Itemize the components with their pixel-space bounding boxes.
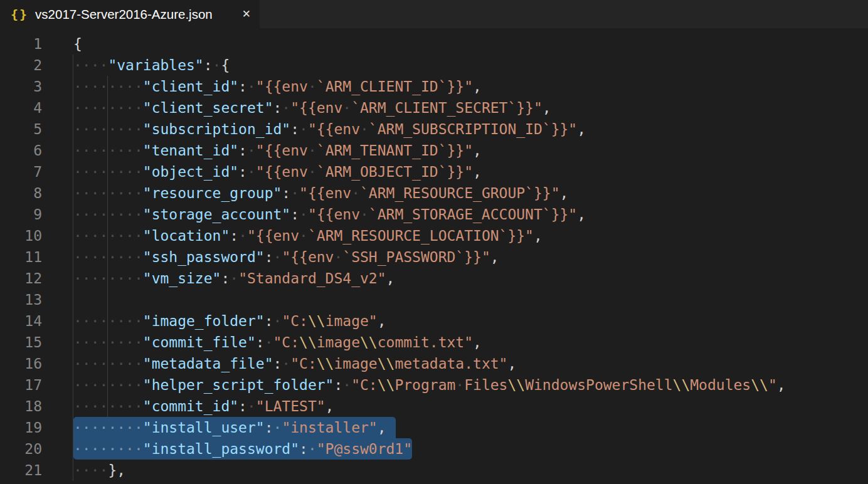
whitespace-dots: ·: [238, 228, 247, 244]
code-token: :: [334, 377, 342, 393]
line-number[interactable]: 9: [0, 204, 42, 225]
line-number[interactable]: 11: [0, 246, 42, 268]
code-token: "install_password": [143, 441, 299, 457]
code-token: image: [317, 334, 360, 350]
whitespace-dots: ····: [73, 462, 108, 478]
whitespace-dots: ········: [73, 398, 143, 414]
line-number[interactable]: 7: [0, 161, 42, 182]
whitespace-dots: ········: [73, 249, 143, 265]
code-token: :: [238, 164, 247, 180]
code-token: \\: [308, 313, 326, 329]
code-line[interactable]: 15········"commit_file":·"C:\\image\\com…: [0, 332, 868, 353]
whitespace-dots: ········: [73, 441, 143, 457]
whitespace-dots: ·: [360, 206, 369, 223]
code-token: "resource_group": [143, 185, 282, 201]
code-line-content: ········"ssh_password":·"{{env·`SSH_PASS…: [73, 246, 499, 268]
whitespace-dots: ········: [73, 206, 143, 223]
whitespace-dots: ·: [265, 334, 273, 350]
code-token: ": [768, 377, 777, 393]
whitespace-dots: ·: [247, 78, 256, 95]
code-line[interactable]: 8········"resource_group":·"{{env·`ARM_R…: [0, 182, 868, 204]
line-number[interactable]: 18: [0, 396, 42, 417]
json-braces-icon: {}: [11, 7, 28, 22]
code-line[interactable]: 3········"client_id":·"{{env·`ARM_CLIENT…: [0, 76, 868, 97]
line-number[interactable]: 5: [0, 118, 42, 140]
code-token: :: [290, 121, 299, 137]
code-token: `ARM_RESOURCE_LOCATION`}}": [308, 228, 534, 244]
code-line[interactable]: 1{: [0, 33, 868, 55]
code-line-content: ········"image_folder":·"C:\\image",: [73, 310, 386, 332]
code-line[interactable]: 11········"ssh_password":·"{{env·`SSH_PA…: [0, 246, 868, 268]
code-token: `ARM_CLIENT_SECRET`}}": [351, 100, 542, 116]
code-line-content: ········"commit_file":·"C:\\image\\commi…: [73, 332, 482, 353]
code-line[interactable]: 18········"commit_id":·"LATEST",: [0, 396, 868, 417]
code-token: :: [238, 398, 247, 414]
code-line[interactable]: 19········"install_user":·"installer",: [0, 417, 868, 438]
code-token: :: [238, 142, 247, 159]
line-number[interactable]: 15: [0, 332, 42, 353]
code-token: "C:: [273, 334, 300, 350]
code-token: ,: [777, 377, 786, 393]
code-token: \\: [507, 377, 525, 393]
code-token: `ARM_TENANT_ID`}}": [317, 142, 473, 159]
code-line[interactable]: 4········"client_secret":·"{{env·`ARM_CL…: [0, 97, 868, 118]
whitespace-dots: ········: [73, 270, 143, 287]
code-line-content: ····},: [73, 460, 125, 481]
code-token: ,: [473, 142, 482, 159]
line-number[interactable]: 10: [0, 225, 42, 246]
code-token: \\: [673, 377, 691, 393]
code-line[interactable]: 9········"storage_account":·"{{env·`ARM_…: [0, 204, 868, 225]
whitespace-dots: ····: [73, 57, 108, 73]
line-number[interactable]: 14: [0, 310, 42, 332]
code-token: Program: [394, 377, 455, 393]
code-line[interactable]: 21····},: [0, 460, 868, 481]
whitespace-dots: ·: [299, 206, 308, 223]
code-token: "C:: [282, 313, 308, 329]
code-editor[interactable]: 1{2····"variables":·{3········"client_id…: [0, 28, 868, 484]
code-token: "{{env: [256, 164, 308, 180]
tab-active-file[interactable]: {} vs2017-Server2016-Azure.json ✕: [0, 0, 260, 28]
line-number[interactable]: 12: [0, 268, 42, 289]
line-number[interactable]: 20: [0, 438, 42, 460]
code-line[interactable]: 20········"install_password":·"P@ssw0rd1…: [0, 438, 868, 460]
code-line[interactable]: 13: [0, 289, 868, 310]
code-line-content: ········"commit_id":·"LATEST",: [73, 396, 334, 417]
whitespace-dots: ········: [73, 228, 143, 244]
line-number[interactable]: 17: [0, 374, 42, 396]
code-token: :: [265, 313, 273, 329]
code-token: "LATEST": [256, 398, 326, 414]
line-number[interactable]: 6: [0, 140, 42, 161]
line-number[interactable]: 4: [0, 97, 42, 118]
code-token: \\: [360, 334, 378, 350]
code-line[interactable]: 6········"tenant_id":·"{{env·`ARM_TENANT…: [0, 140, 868, 161]
code-token: \\: [317, 355, 334, 372]
line-number[interactable]: 19: [0, 417, 42, 438]
line-number[interactable]: 13: [0, 289, 42, 310]
line-number[interactable]: 21: [0, 460, 42, 481]
code-line[interactable]: 12········"vm_size":·"Standard_DS4_v2",: [0, 268, 868, 289]
line-number[interactable]: 2: [0, 55, 42, 76]
line-number[interactable]: 1: [0, 33, 42, 55]
whitespace-dots: ·: [342, 377, 351, 393]
line-number[interactable]: 16: [0, 353, 42, 374]
code-token: :: [204, 57, 213, 73]
code-line[interactable]: 10········"location":·"{{env·`ARM_RESOUR…: [0, 225, 868, 246]
code-token: "metadata_file": [143, 355, 273, 372]
line-number[interactable]: 3: [0, 76, 42, 97]
code-token: "C:: [290, 355, 317, 372]
code-line[interactable]: 5········"subscription_id":·"{{env·`ARM_…: [0, 118, 868, 140]
code-line[interactable]: 17········"helper_script_folder":·"C:\\P…: [0, 374, 868, 396]
code-token: "installer": [282, 419, 377, 436]
code-line[interactable]: 14········"image_folder":·"C:\\image",: [0, 310, 868, 332]
whitespace-dots: ········: [73, 78, 143, 95]
code-line[interactable]: 16········"metadata_file":·"C:\\image\\m…: [0, 353, 868, 374]
code-line[interactable]: 2····"variables":·{: [0, 55, 868, 76]
close-icon[interactable]: ✕: [242, 8, 251, 21]
code-line-content: ········"client_id":·"{{env·`ARM_CLIENT_…: [73, 76, 482, 97]
code-token: :: [256, 334, 265, 350]
whitespace-dots: ········: [73, 121, 143, 137]
code-line[interactable]: 7········"object_id":·"{{env·`ARM_OBJECT…: [0, 161, 868, 182]
whitespace-dots: ·: [282, 355, 290, 372]
line-number[interactable]: 8: [0, 182, 42, 204]
code-token: "{{env: [282, 249, 334, 265]
